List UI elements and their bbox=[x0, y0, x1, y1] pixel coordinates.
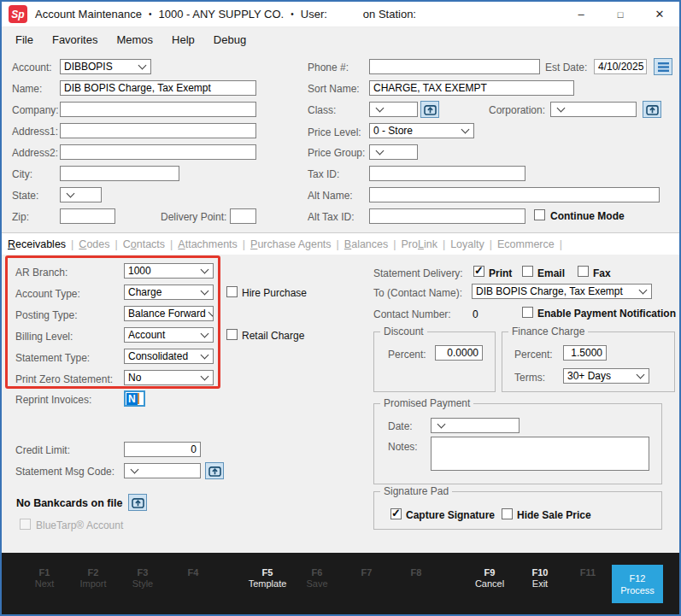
fkey-label: F4 bbox=[167, 567, 220, 578]
delivery-point-field[interactable] bbox=[230, 208, 256, 224]
bankcards-button[interactable] bbox=[128, 494, 147, 511]
maximize-button[interactable]: □ bbox=[601, 2, 640, 26]
statement-msg-code-lookup-button[interactable] bbox=[205, 462, 224, 479]
discount-percent-field[interactable]: 0.0000 bbox=[435, 345, 483, 361]
capture-signature-label: Capture Signature bbox=[406, 509, 495, 521]
to-contact-name-label: To (Contact Name): bbox=[373, 287, 462, 299]
close-button[interactable]: ✕ bbox=[640, 2, 679, 26]
billing-level-select[interactable]: Account bbox=[124, 327, 214, 343]
fkey-label: F5 bbox=[241, 567, 294, 578]
fkey-f11: F11 bbox=[561, 567, 614, 578]
price-group-select[interactable] bbox=[369, 144, 418, 160]
menu-favorites[interactable]: Favorites bbox=[43, 33, 107, 46]
fax-checkbox-label: Fax bbox=[593, 267, 611, 279]
menu-memos[interactable]: Memos bbox=[107, 33, 162, 46]
fkey-label: F9 bbox=[463, 567, 516, 578]
fkey-f7: F7 bbox=[340, 567, 393, 578]
account-type-select[interactable]: Charge bbox=[124, 285, 214, 300]
finance-percent-field[interactable]: 1.5000 bbox=[563, 345, 607, 361]
posting-type-select[interactable]: Balance Forward bbox=[124, 306, 214, 321]
menu-hamburger-button[interactable] bbox=[654, 58, 672, 75]
title-app-name: Account Maintenance bbox=[35, 8, 142, 21]
class-label: Class: bbox=[308, 104, 336, 116]
window-title: Account Maintenance • 1000 - ANY SUPPLY … bbox=[35, 8, 416, 21]
email-checkbox-label: Email bbox=[537, 267, 565, 279]
menu-help[interactable]: Help bbox=[162, 33, 204, 46]
contact-number-label: Contact Number: bbox=[373, 308, 451, 320]
credit-limit-field[interactable]: 0 bbox=[124, 442, 201, 457]
tab-codes[interactable]: Codes bbox=[79, 238, 122, 250]
hire-purchase-checkbox[interactable] bbox=[226, 286, 238, 297]
retail-charge-checkbox[interactable] bbox=[226, 329, 238, 340]
company-field[interactable] bbox=[60, 102, 256, 117]
fax-checkbox[interactable] bbox=[578, 266, 589, 277]
hide-sale-price-checkbox[interactable] bbox=[502, 508, 513, 519]
statement-type-label: Statement Type: bbox=[15, 352, 90, 364]
fkey-f12-process-button[interactable]: F12 Process bbox=[612, 565, 663, 603]
tab-contacts[interactable]: Contacts bbox=[123, 238, 179, 250]
print-checkbox-label: Print bbox=[489, 267, 512, 279]
fkey-label: F3 bbox=[116, 567, 169, 578]
finance-terms-select[interactable]: 30+ Days bbox=[563, 368, 649, 384]
finance-charge-group-title: Finance Charge bbox=[508, 326, 588, 337]
address2-field[interactable] bbox=[60, 144, 256, 160]
print-checkbox[interactable] bbox=[473, 266, 484, 277]
fkey-f8: F8 bbox=[390, 567, 443, 578]
continue-mode-checkbox[interactable] bbox=[534, 209, 545, 220]
title-user: User: bbox=[301, 8, 327, 21]
tab-prolink[interactable]: ProLink bbox=[402, 238, 451, 250]
fkey-f6-save: F6 Save bbox=[291, 567, 343, 590]
tax-id-field[interactable] bbox=[369, 166, 525, 181]
tab-balances[interactable]: Balances bbox=[344, 238, 402, 250]
capture-signature-checkbox[interactable] bbox=[390, 508, 402, 519]
corporation-lookup-button[interactable] bbox=[643, 101, 661, 118]
fkey-f4: F4 bbox=[167, 567, 220, 578]
email-checkbox[interactable] bbox=[522, 266, 533, 277]
print-zero-statement-select[interactable]: No bbox=[124, 370, 214, 385]
class-select[interactable] bbox=[369, 102, 418, 117]
function-key-bar: F1 Next F2 Import F3 Style F4 F5 Templat… bbox=[2, 553, 681, 614]
title-company: 1000 - ANY SUPPLY CO. bbox=[159, 8, 285, 21]
corporation-select[interactable] bbox=[550, 102, 637, 117]
to-contact-name-select[interactable]: DIB BOPIS Charge, Tax Exempt bbox=[472, 284, 652, 299]
price-level-select[interactable]: 0 - Store bbox=[369, 123, 474, 138]
address2-label: Address2: bbox=[12, 147, 58, 159]
posting-type-label: Posting Type: bbox=[15, 309, 78, 321]
menu-file[interactable]: File bbox=[6, 33, 43, 46]
fkey-f5-template[interactable]: F5 Template bbox=[241, 567, 294, 590]
promised-notes-textarea[interactable] bbox=[431, 437, 649, 471]
promised-date-select[interactable] bbox=[431, 418, 520, 433]
ar-branch-select[interactable]: 1000 bbox=[124, 263, 214, 279]
phone-field[interactable] bbox=[369, 59, 540, 74]
tab-purchase-agents[interactable]: Purchase Agents bbox=[250, 238, 344, 250]
address1-field[interactable] bbox=[60, 123, 256, 138]
fkey-f9-cancel[interactable]: F9 Cancel bbox=[463, 567, 516, 590]
minimize-button[interactable]: – bbox=[561, 2, 601, 26]
account-select[interactable]: DIBBOPIS bbox=[60, 59, 151, 74]
sort-name-field[interactable]: CHARGE, TAX EXEMPT bbox=[369, 80, 574, 96]
fkey-f10-exit[interactable]: F10 Exit bbox=[514, 567, 567, 590]
alt-name-field[interactable] bbox=[369, 187, 660, 202]
tab-ecommerce[interactable]: Ecommerce bbox=[497, 238, 567, 250]
class-lookup-button[interactable] bbox=[420, 101, 439, 118]
statement-msg-code-select[interactable] bbox=[124, 463, 201, 478]
tab-attachments[interactable]: Attachments bbox=[178, 238, 250, 250]
state-select[interactable] bbox=[60, 187, 102, 202]
fkey-label: F11 bbox=[561, 567, 614, 578]
city-field[interactable] bbox=[60, 166, 179, 181]
enable-payment-notification-checkbox[interactable] bbox=[522, 307, 533, 318]
fkey-label: F12 bbox=[630, 572, 646, 584]
alt-tax-id-field[interactable] bbox=[369, 208, 525, 224]
reprint-invoices-input[interactable]: N bbox=[124, 390, 145, 407]
tab-loyalty[interactable]: Loyalty bbox=[450, 238, 497, 250]
tab-receivables[interactable]: Receivables bbox=[8, 238, 79, 250]
statement-type-select[interactable]: Consolidated bbox=[124, 349, 214, 364]
phone-label: Phone #: bbox=[308, 62, 349, 73]
est-date-field[interactable]: 4/10/2025 bbox=[594, 59, 647, 74]
statement-msg-code-label: Statement Msg Code: bbox=[15, 466, 114, 478]
menu-debug[interactable]: Debug bbox=[204, 33, 255, 46]
zip-field[interactable] bbox=[60, 208, 115, 224]
name-field[interactable]: DIB BOPIS Charge, Tax Exempt bbox=[60, 80, 256, 96]
window-controls: – □ ✕ bbox=[561, 2, 679, 26]
reprint-invoices-label: Reprint Invoices: bbox=[15, 394, 91, 406]
